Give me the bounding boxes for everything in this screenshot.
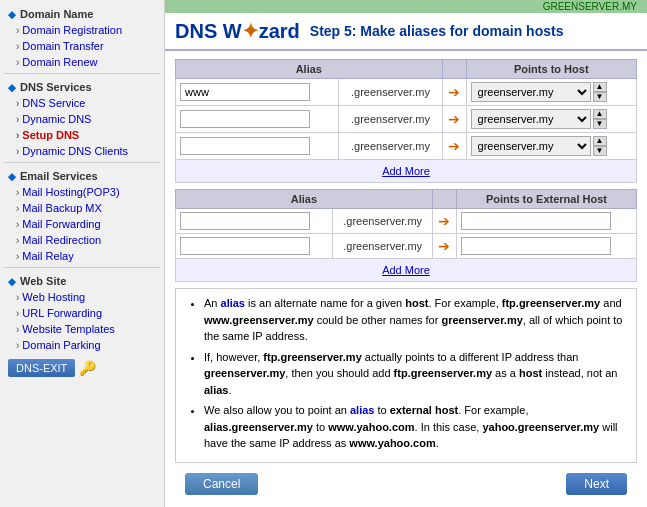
table-row: .greenserver.my ➔ xyxy=(176,209,637,234)
right-arrow-icon: ➔ xyxy=(448,84,460,100)
alias-ext-suffix-2: .greenserver.my xyxy=(333,234,433,259)
ext-host-input-2[interactable] xyxy=(461,237,611,255)
arrow-cell-3: ➔ xyxy=(442,133,466,160)
alias-ext-col-header: Alias xyxy=(176,190,433,209)
sidebar-item-mail-forwarding[interactable]: › Mail Forwarding xyxy=(0,216,164,232)
host-cell-1: greenserver.my ▲ ▼ xyxy=(466,79,636,106)
arrow-icon: › xyxy=(16,235,19,246)
sidebar-section-domain-name: ◆ Domain Name xyxy=(0,4,164,22)
sidebar: ◆ Domain Name › Domain Registration › Do… xyxy=(0,0,165,507)
sidebar-item-mail-hosting[interactable]: › Mail Hosting(POP3) xyxy=(0,184,164,200)
wizard-header: DNS W✦zard Step 5: Make aliases for doma… xyxy=(165,13,647,51)
spinner-3[interactable]: ▲ ▼ xyxy=(593,136,607,156)
arrow-icon: › xyxy=(16,57,19,68)
alias-input-2[interactable] xyxy=(180,110,310,128)
arrow-icon: › xyxy=(16,219,19,230)
host-select-2[interactable]: greenserver.my xyxy=(471,109,591,129)
sidebar-item-dns-service[interactable]: › DNS Service xyxy=(0,95,164,111)
arrow-ext-cell-2: ➔ xyxy=(432,234,456,259)
alias-suffix-3: .greenserver.my xyxy=(339,133,442,160)
arrow-ext-col-header xyxy=(432,190,456,209)
cancel-button[interactable]: Cancel xyxy=(185,473,258,495)
sidebar-item-web-hosting[interactable]: › Web Hosting xyxy=(0,289,164,305)
wizard-logo: DNS W✦zard xyxy=(175,19,300,43)
divider xyxy=(4,73,160,74)
table-row: Add More xyxy=(176,259,637,282)
host-select-wrap-1: greenserver.my ▲ ▼ xyxy=(471,82,632,102)
info-section: An alias is an alternate name for a give… xyxy=(175,288,637,463)
sidebar-item-dynamic-dns-clients[interactable]: › Dynamic DNS Clients xyxy=(0,143,164,159)
sidebar-item-mail-redirection[interactable]: › Mail Redirection xyxy=(0,232,164,248)
sidebar-section-web-site: ◆ Web Site xyxy=(0,271,164,289)
arrow-icon: › xyxy=(16,203,19,214)
next-button[interactable]: Next xyxy=(566,473,627,495)
host-select-wrap-2: greenserver.my ▲ ▼ xyxy=(471,109,632,129)
ext-host-input-1[interactable] xyxy=(461,212,611,230)
arrow-icon: › xyxy=(16,114,19,125)
host-select-3[interactable]: greenserver.my xyxy=(471,136,591,156)
sidebar-item-mail-relay[interactable]: › Mail Relay xyxy=(0,248,164,264)
diamond-icon: ◆ xyxy=(8,82,16,93)
sidebar-item-website-templates[interactable]: › Website Templates xyxy=(0,321,164,337)
arrow-ext-cell-1: ➔ xyxy=(432,209,456,234)
arrow-col-header xyxy=(442,60,466,79)
spin-up-3[interactable]: ▲ xyxy=(593,136,607,146)
table-row: .greenserver.my ➔ greenserver.my ▲ ▼ xyxy=(176,79,637,106)
alias-ext-input-2[interactable] xyxy=(180,237,310,255)
sidebar-item-domain-renew[interactable]: › Domain Renew xyxy=(0,54,164,70)
arrow-icon: › xyxy=(16,98,19,109)
host-select-1[interactable]: greenserver.my xyxy=(471,82,591,102)
main-content: GREENSERVER.MY DNS W✦zard Step 5: Make a… xyxy=(165,0,647,507)
alias-host-table: Alias Points to Host .greenserver.my ➔ xyxy=(175,59,637,183)
list-item: If, however, ftp.greenserver.my actually… xyxy=(204,349,626,399)
ext-host-cell-1 xyxy=(456,209,636,234)
sidebar-item-domain-registration[interactable]: › Domain Registration xyxy=(0,22,164,38)
arrow-icon: › xyxy=(16,130,19,141)
spinner-2[interactable]: ▲ ▼ xyxy=(593,109,607,129)
list-item: An alias is an alternate name for a give… xyxy=(204,295,626,345)
wizard-star-icon: ✦ xyxy=(242,20,259,42)
arrow-icon: › xyxy=(16,340,19,351)
spin-up-2[interactable]: ▲ xyxy=(593,109,607,119)
right-arrow-icon: ➔ xyxy=(448,111,460,127)
arrow-icon: › xyxy=(16,41,19,52)
sidebar-item-domain-transfer[interactable]: › Domain Transfer xyxy=(0,38,164,54)
bottom-bar: Cancel Next xyxy=(175,467,637,501)
dns-exit-button[interactable]: DNS-EXIT xyxy=(8,359,75,377)
arrow-icon: › xyxy=(16,324,19,335)
spin-down-2[interactable]: ▼ xyxy=(593,119,607,129)
arrow-cell-2: ➔ xyxy=(442,106,466,133)
sidebar-item-mail-backup-mx[interactable]: › Mail Backup MX xyxy=(0,200,164,216)
arrow-cell-1: ➔ xyxy=(442,79,466,106)
alias-ext-input-1[interactable] xyxy=(180,212,310,230)
sidebar-item-setup-dns[interactable]: › Setup DNS xyxy=(0,127,164,143)
diamond-icon: ◆ xyxy=(8,9,16,20)
table-row: Add More xyxy=(176,160,637,183)
table-row: .greenserver.my ➔ greenserver.my ▲ ▼ xyxy=(176,133,637,160)
alias-input-cell xyxy=(176,79,339,106)
alias-input-cell xyxy=(176,106,339,133)
arrow-icon: › xyxy=(16,146,19,157)
add-more-link-2[interactable]: Add More xyxy=(180,262,632,278)
arrow-icon: › xyxy=(16,292,19,303)
content-area: Alias Points to Host .greenserver.my ➔ xyxy=(165,51,647,507)
sidebar-item-domain-parking[interactable]: › Domain Parking xyxy=(0,337,164,353)
spin-down-1[interactable]: ▼ xyxy=(593,92,607,102)
add-more-link-1[interactable]: Add More xyxy=(180,163,632,179)
spin-down-3[interactable]: ▼ xyxy=(593,146,607,156)
greenserver-banner: GREENSERVER.MY xyxy=(165,0,647,13)
sidebar-item-url-forwarding[interactable]: › URL Forwarding xyxy=(0,305,164,321)
alias-input-1[interactable] xyxy=(180,83,310,101)
alias-input-3[interactable] xyxy=(180,137,310,155)
alias-input-cell xyxy=(176,133,339,160)
alias-ext-input-cell xyxy=(176,209,333,234)
list-item: We also allow you to point an alias to e… xyxy=(204,402,626,452)
alias-suffix-1: .greenserver.my xyxy=(339,79,442,106)
diamond-icon: ◆ xyxy=(8,276,16,287)
spinner-1[interactable]: ▲ ▼ xyxy=(593,82,607,102)
spin-up-1[interactable]: ▲ xyxy=(593,82,607,92)
alias-suffix-2: .greenserver.my xyxy=(339,106,442,133)
sidebar-item-dynamic-dns[interactable]: › Dynamic DNS xyxy=(0,111,164,127)
host-cell-2: greenserver.my ▲ ▼ xyxy=(466,106,636,133)
diamond-icon: ◆ xyxy=(8,171,16,182)
